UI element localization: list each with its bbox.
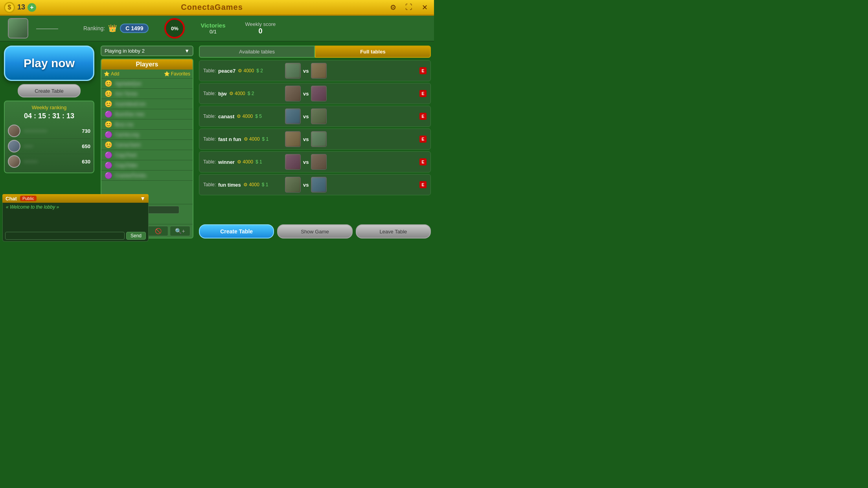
top-bar-left: $ 13 + [4, 2, 36, 13]
player-thumb-right [311, 131, 327, 147]
player-name: CopyTired [115, 152, 136, 158]
list-item[interactable]: 😊 Bury Liry [101, 119, 193, 130]
block-tool-button[interactable]: 🚫 [148, 226, 168, 236]
chat-header: Chat Public ▼ [2, 194, 149, 203]
favorites-button[interactable]: ⭐ Favorites [164, 71, 190, 77]
chat-public-badge: Public [20, 196, 37, 201]
chat-toggle-button[interactable]: ▼ [140, 195, 145, 202]
table-chips: ⚙ 4000 [244, 136, 260, 142]
table-info: Table: peace7 ⚙ 4000 $ 2 [203, 68, 282, 74]
weekly-score-value: 0 [245, 27, 276, 35]
right-panel: Available tables Full tables Table: peac… [196, 42, 434, 242]
rank-avatar [8, 155, 20, 168]
play-now-button[interactable]: Play now [4, 46, 94, 81]
table-info: Table: winner ⚙ 4000 $ 1 [203, 159, 282, 165]
table-bet: $ 1 [256, 159, 262, 165]
list-item[interactable]: 😊 AgotadaQue [101, 79, 193, 89]
show-game-button[interactable]: Show Game [277, 224, 352, 238]
table-row[interactable]: Table: winner ⚙ 4000 $ 1 vs E [199, 151, 431, 172]
create-table-button[interactable]: Create Table [18, 84, 81, 97]
progress-pct: 0% [171, 26, 178, 31]
top-bar: $ 13 + ConectaGames ⚙ ⛶ ✕ [0, 0, 434, 16]
player-name: AsambleaCom [115, 101, 146, 107]
table-bet: $ 5 [255, 114, 262, 119]
list-item[interactable]: 🟣 CacheLong [101, 130, 193, 140]
table-players: vs [285, 154, 327, 170]
table-row[interactable]: Table: fast n fun ⚙ 4000 $ 1 vs E [199, 128, 431, 150]
table-players: vs [285, 63, 327, 79]
vs-text: vs [303, 159, 309, 165]
list-item[interactable]: 😊 CamacSami [101, 140, 193, 150]
lobby-selector[interactable]: Playing in lobby 2 ▼ [101, 46, 193, 56]
list-item[interactable]: 😊 AsambleaCom [101, 99, 193, 109]
table-chips: ⚙ 4000 [237, 159, 253, 165]
vs-text: vs [303, 91, 309, 97]
table-e-badge: E [419, 158, 427, 165]
chat-input-row: Send [3, 230, 148, 241]
list-item[interactable]: 🟣 CopyTired [101, 150, 193, 160]
players-title: Players [101, 59, 193, 70]
rank-name: ——— [24, 159, 79, 164]
table-chips: ⚙ 4000 [229, 91, 245, 96]
table-bet: $ 2 [256, 68, 263, 73]
table-players: vs [285, 177, 327, 193]
rank-score: 650 [82, 143, 90, 149]
list-item[interactable]: 🟣 CrackedTombs [101, 171, 193, 181]
tables-header: Available tables Full tables [199, 46, 431, 58]
player-status-icon: 😊 [105, 141, 112, 149]
add-player-button[interactable]: ⭐ Add [104, 71, 119, 77]
chat-input[interactable] [5, 232, 125, 240]
table-row[interactable]: Table: canast ⚙ 4000 $ 5 vs E [199, 106, 431, 127]
table-label: Table: [203, 136, 216, 142]
fullscreen-button[interactable]: ⛶ [403, 2, 414, 13]
rank-score: 630 [82, 159, 90, 165]
add-coins-button[interactable]: + [28, 3, 36, 12]
tables-list: Table: peace7 ⚙ 4000 $ 2 vs E Table: bjw… [199, 60, 431, 220]
table-info: Table: fast n fun ⚙ 4000 $ 1 [203, 136, 282, 142]
players-actions: ⭐ Add ⭐ Favorites [101, 70, 193, 79]
table-row[interactable]: Table: fun times ⚙ 4000 $ 1 vs E [199, 174, 431, 195]
settings-button[interactable]: ⚙ [388, 2, 399, 13]
user-avatar [8, 18, 28, 39]
player-name: CrackedTombs [115, 173, 146, 178]
favorites-star-icon: ⭐ [164, 71, 170, 77]
add-label: Add [111, 71, 119, 77]
vs-text: vs [303, 136, 309, 142]
list-item[interactable]: 😊 Ann Torres [101, 89, 193, 99]
logo-text: ConectaGames [181, 3, 243, 11]
victories-value: 0/1 [200, 29, 225, 35]
table-name: bjw [218, 91, 227, 97]
lobby-dropdown-icon: ▼ [184, 48, 189, 54]
table-row[interactable]: Table: peace7 ⚙ 4000 $ 2 vs E [199, 60, 431, 81]
table-row[interactable]: Table: bjw ⚙ 4000 $ 2 vs E [199, 83, 431, 104]
player-name: Bury Liry [115, 122, 133, 127]
leave-table-button[interactable]: Leave Table [356, 224, 431, 238]
ranking-label: Ranking: [83, 25, 105, 31]
list-item[interactable]: 🟣 CopyTotter [101, 160, 193, 171]
create-table-main-button[interactable]: Create Table [199, 224, 274, 238]
table-e-badge: E [419, 113, 427, 120]
send-button[interactable]: Send [126, 232, 146, 240]
player-status-icon: 😊 [105, 121, 112, 128]
add-friend-tool-button[interactable]: 🔍+ [170, 226, 190, 236]
victories-section: Victories 0/1 [200, 22, 225, 35]
lobby-label: Playing in lobby 2 [105, 48, 145, 54]
players-list: 😊 AgotadaQue 😊 Ann Torres 😊 AsambleaCom … [101, 79, 193, 204]
vs-text: vs [303, 68, 309, 74]
ranking-tier: C [125, 25, 129, 31]
rank-score: 730 [82, 128, 90, 134]
tab-available-tables[interactable]: Available tables [199, 46, 315, 58]
rank-avatar [8, 125, 20, 137]
table-name: winner [218, 159, 235, 165]
weekly-ranking-title: Weekly ranking [8, 105, 90, 110]
add-star-icon: ⭐ [104, 71, 110, 77]
rank-name: —— [24, 143, 79, 149]
player-name: CopyTotter [115, 163, 138, 168]
player-status-icon: 🟣 [105, 131, 112, 138]
table-name: fast n fun [218, 136, 241, 142]
tab-full-tables[interactable]: Full tables [315, 46, 431, 58]
crown-icon: 👑 [108, 24, 117, 33]
list-item[interactable]: 🟣 BuenDav mes [101, 109, 193, 119]
close-button[interactable]: ✕ [419, 2, 430, 13]
player-status-icon: 😊 [105, 100, 112, 108]
